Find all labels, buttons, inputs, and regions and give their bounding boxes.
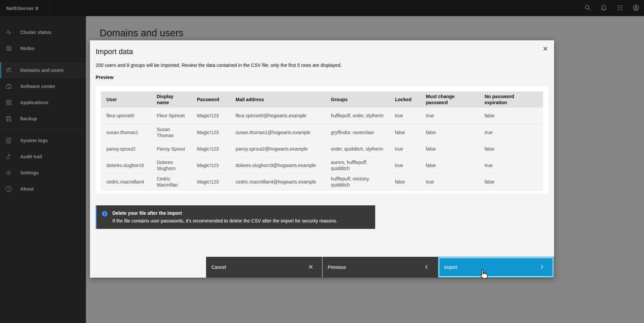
table-cell: Pansy Sprout (151, 140, 192, 157)
table-cell: Susan Thomas (151, 124, 192, 140)
table-column-header: Must change password (420, 91, 479, 108)
table-cell: pansy.sprout2 (101, 140, 151, 157)
info-notification: Delete your file after the import If the… (96, 205, 375, 229)
table-body: fleur.spinnet0Fleur SpinnetMagic!123fleu… (101, 108, 543, 190)
table-cell: false (479, 108, 543, 124)
table-cell: Fleur Spinnet (151, 108, 192, 124)
modal-description: 200 users and 8 groups will be imported.… (96, 63, 498, 68)
cancel-button[interactable]: Cancel (206, 257, 322, 278)
table-column-header: Groups (326, 91, 390, 108)
table-column-header: Display name (151, 91, 192, 108)
table-cell: false (420, 157, 479, 173)
table-cell: Magic!123 (192, 108, 230, 124)
modal-footer: Cancel Previous Import (90, 257, 554, 278)
notification-text: Delete your file after the import If the… (112, 210, 337, 224)
modal-close-button[interactable] (539, 43, 551, 55)
table-column-header: Mail address (230, 91, 326, 108)
table-cell: Magic!123 (192, 157, 230, 173)
import-button-label: Import (444, 265, 457, 270)
app-root: NethServer 8 Cluster statusNodesDomains … (0, 0, 644, 323)
table-cell: cedric.macmillan4@hogwarts.example (230, 173, 326, 190)
table-cell: false (479, 140, 543, 157)
previous-button-label: Previous (328, 265, 346, 270)
table-cell: false (420, 124, 479, 140)
table-cell: dolores.slughorn3@hogwarts.example (230, 157, 326, 173)
table-cell: false (479, 173, 543, 190)
table-column-header: User (101, 91, 151, 108)
close-icon (543, 46, 548, 52)
preview-table: UserDisplay namePasswordMail addressGrou… (101, 91, 543, 190)
table-cell: true (390, 157, 420, 173)
table-column-header: Locked (390, 91, 420, 108)
table-row: fleur.spinnet0Fleur SpinnetMagic!123fleu… (101, 108, 543, 124)
table-cell: Cedric Macmillan (151, 173, 192, 190)
table-cell: hufflepuff, order, slytherin (326, 108, 390, 124)
table-cell: aurors, hufflepuff, quidditch (326, 157, 390, 173)
table-cell: Magic!123 (192, 124, 230, 140)
notification-title: Delete your file after the import (112, 210, 337, 216)
table-cell: true (390, 108, 420, 124)
table-cell: order, quidditch, slytherin (326, 140, 390, 157)
table-column-header: Password (192, 91, 230, 108)
table-cell: hufflepuff, ministry, quidditch (326, 173, 390, 190)
import-button[interactable]: Import (438, 257, 554, 278)
footer-spacer (90, 257, 206, 278)
close-icon (308, 264, 313, 271)
modal-title: Import data (96, 47, 133, 56)
table-cell: true (420, 173, 479, 190)
preview-label: Preview (96, 75, 113, 80)
table-cell: susan.thomas1 (101, 124, 151, 140)
table-cell: false (420, 140, 479, 157)
table-cell: true (479, 157, 543, 173)
table-cell: pansy.sprout2@hogwarts.example (230, 140, 326, 157)
table-row: pansy.sprout2Pansy SproutMagic!123pansy.… (101, 140, 543, 157)
table-cell: susan.thomas1@hogwarts.example (230, 124, 326, 140)
table-column-header: No password expiration (479, 91, 543, 108)
table-row: cedric.macmillan4Cedric MacmillanMagic!1… (101, 173, 543, 190)
chevron-left-icon (424, 264, 429, 271)
table-row: dolores.slughorn3Dolores SlughornMagic!1… (101, 157, 543, 173)
table-header-row: UserDisplay namePasswordMail addressGrou… (101, 91, 543, 108)
table-cell: true (479, 124, 543, 140)
table-cell: gryffindor, ravenclaw (326, 124, 390, 140)
info-icon (102, 211, 108, 217)
chevron-right-icon (539, 264, 545, 271)
previous-button[interactable]: Previous (322, 257, 438, 278)
table-cell: Magic!123 (192, 173, 230, 190)
table-cell: fleur.spinnet0@hogwarts.example (230, 108, 326, 124)
table-cell: Magic!123 (192, 140, 230, 157)
import-data-modal: Import data 200 users and 8 groups will … (90, 40, 554, 278)
preview-table-card: UserDisplay namePasswordMail addressGrou… (96, 86, 548, 193)
table-cell: true (420, 108, 479, 124)
table-cell: Dolores Slughorn (151, 157, 192, 173)
table-cell: cedric.macmillan4 (101, 173, 151, 190)
notification-message: If the file contains user passwords, it'… (112, 218, 337, 224)
table-cell: true (390, 140, 420, 157)
table-cell: fleur.spinnet0 (101, 108, 151, 124)
table-cell: dolores.slughorn3 (101, 157, 151, 173)
table-cell: false (390, 124, 420, 140)
table-row: susan.thomas1Susan ThomasMagic!123susan.… (101, 124, 543, 140)
table-cell: false (390, 173, 420, 190)
cancel-button-label: Cancel (211, 265, 226, 270)
